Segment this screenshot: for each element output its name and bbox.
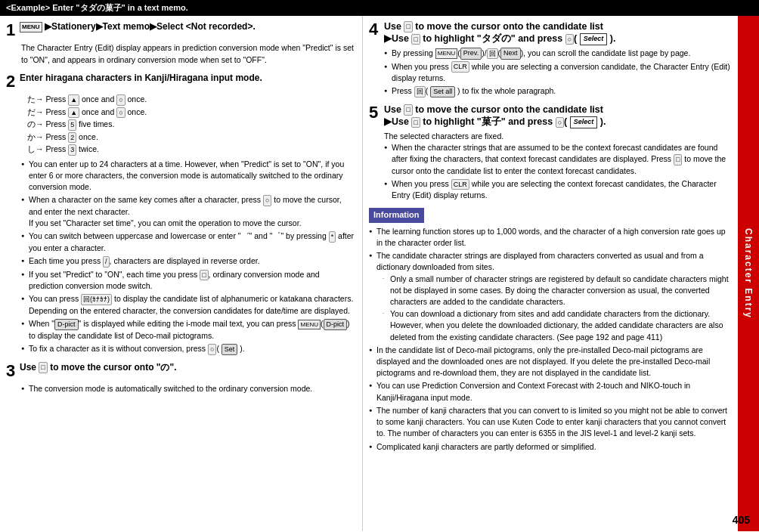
step-2-bullets: You can enter up to 24 characters at a t…	[21, 159, 356, 355]
step-3: 3 Use □ to move the cursor onto "の". The…	[6, 361, 356, 395]
kanji-row-ta: た→ Press ▲ once and ○ once.	[27, 94, 356, 106]
kanji-row-da: だ→ Press ▲ once and ○ once.	[27, 107, 356, 119]
press-label-2: Press	[45, 107, 66, 116]
step-2-bullet-7: When "D-pict" is displayed while editing…	[21, 318, 356, 342]
menu-icon-dpict: MENU	[298, 320, 321, 330]
menu-icon-1: MENU	[20, 22, 42, 32]
step-4-number: 4	[369, 20, 383, 39]
key-circle-5: ○	[556, 117, 564, 128]
step-3-bullet-1: The conversion mode is automatically swi…	[21, 383, 356, 394]
header-title: <Example> Enter "タダの菓子" in a text memo.	[6, 3, 188, 12]
info-sub-2: You can download a dictionary from sites…	[383, 308, 732, 343]
key-square-4a: □	[404, 21, 412, 32]
step-3-bullets: The conversion mode is automatically swi…	[21, 383, 356, 394]
step-1-description: The Character Entry (Edit) display appea…	[21, 43, 354, 63]
step-5-title-text: Use □ to move the cursor onto the candid…	[384, 104, 606, 128]
select-btn-4: Select	[580, 33, 608, 45]
press-label-3: Press	[45, 119, 66, 128]
information-list: The learning function stores up to 1,000…	[369, 226, 732, 453]
press-label-5: Press	[45, 144, 66, 153]
key-square-5a: □	[404, 104, 412, 116]
step-4-title: 4 Use □ to move the cursor onto the cand…	[369, 20, 732, 45]
step-1-number: 1	[6, 20, 20, 40]
step-4-bullet-2: When you press CLR while you are selecti…	[384, 61, 732, 85]
key-a-2: ▲	[68, 107, 79, 119]
step-1-title: 1 MENU ▶Stationery▶Text memo▶Select <Not…	[6, 20, 356, 40]
key-kana-next: 回	[487, 48, 498, 60]
key-5: 5	[68, 119, 76, 131]
step-5-number: 5	[369, 104, 383, 122]
step-5-bullets: When the character strings that are assu…	[384, 142, 732, 202]
step-5-bullet-2: When you press CLR while you are selecti…	[384, 178, 732, 202]
right-column: 4 Use □ to move the cursor onto the cand…	[363, 16, 738, 531]
key-circle-1: ○	[116, 94, 125, 106]
key-circle-4: ○	[565, 34, 574, 45]
step-4: 4 Use □ to move the cursor onto the cand…	[369, 20, 732, 97]
info-item-6: Complicated kanji characters are partly …	[369, 441, 732, 453]
step-5-body: The selected characters are fixed. When …	[384, 131, 732, 202]
dpict-label: D-pict	[54, 319, 79, 330]
key-square-3: □	[39, 362, 47, 373]
key-2: 2	[68, 132, 76, 144]
kanji-row-ka: か→ Press 2 once.	[27, 131, 356, 144]
key-square-5b: □	[411, 117, 420, 128]
information-section: Information The learning function stores…	[369, 208, 732, 453]
step-2-title-text: Enter hiragana characters in Kanji/Hirag…	[20, 72, 356, 85]
select-btn-5: Select	[570, 116, 598, 128]
step-2-bullet-5: If you set "Predict" to "ON", each time …	[21, 269, 356, 292]
setall-btn: Set all	[430, 86, 455, 97]
step-5: 5 Use □ to move the cursor onto the cand…	[369, 104, 732, 202]
step-2-bullet-1: You can enter up to 24 characters at a t…	[21, 159, 356, 193]
step-4-bullet-3: Press 回( Set all ) to fix the whole para…	[384, 85, 732, 97]
info-sub-list: Only a small number of character strings…	[383, 274, 732, 343]
menu-icon-prev: MENU	[435, 48, 458, 59]
step-5-fixed-text: The selected characters are fixed.	[384, 131, 732, 142]
key-square-5c: □	[674, 154, 682, 165]
kanji-input-table: た→ Press ▲ once and ○ once. だ→ Press ▲ o…	[27, 94, 356, 156]
step-1: 1 MENU ▶Stationery▶Text memo▶Select <Not…	[6, 20, 356, 66]
set-btn: Set	[222, 344, 238, 355]
step-2-number: 2	[6, 72, 20, 91]
kanji-row-shi: し→ Press 3 twice.	[27, 144, 356, 156]
step-2-bullet-2: When a character on the same key comes a…	[21, 194, 356, 229]
step-2-title: 2 Enter hiragana characters in Kanji/Hir…	[6, 72, 356, 91]
key-circle-fix: ○	[208, 344, 216, 355]
key-kana-setall: 回	[414, 86, 426, 97]
step-4-bullet-1: By pressing MENU(Prev.)/回(Next), you can…	[384, 48, 732, 60]
key-square: □	[200, 270, 208, 281]
step-4-title-text: Use □ to move the cursor onto the candid…	[384, 20, 615, 45]
step-3-title-text: Use □ to move the cursor onto "の".	[20, 361, 356, 374]
step-4-bullets: By pressing MENU(Prev.)/回(Next), you can…	[384, 48, 732, 97]
dpict-btn: D-pict	[324, 319, 348, 330]
key-circle-move: ○	[263, 195, 271, 206]
info-item-3: In the candidate list of Deco-mail picto…	[369, 345, 732, 379]
press-label-1: Press	[45, 94, 66, 104]
sidebar: Character Entry	[738, 16, 759, 531]
page-number: 405	[733, 514, 750, 526]
step-2-bullet-6: You can press 回(ｶﾅｶﾅ) to display the can…	[21, 293, 356, 317]
key-a-1: ▲	[68, 94, 79, 106]
info-sub-1: Only a small number of character strings…	[383, 274, 732, 308]
step-1-body: The Character Entry (Edit) display appea…	[21, 42, 356, 65]
press-label-4: Press	[45, 132, 66, 141]
key-kana: 回(ｶﾅｶﾅ)	[81, 294, 112, 305]
step-5-bullet-1: When the character strings that are assu…	[384, 142, 732, 177]
key-square-4b: □	[411, 34, 420, 45]
next-btn: Next	[500, 48, 521, 59]
step-5-title: 5 Use □ to move the cursor onto the cand…	[369, 104, 732, 128]
key-circle-2: ○	[116, 107, 125, 119]
key-clr-4: CLR	[451, 61, 469, 73]
step-2-body: た→ Press ▲ once and ○ once. だ→ Press ▲ o…	[21, 94, 356, 355]
step-2-bullet-3: You can switch between uppercase and low…	[21, 230, 356, 254]
prev-btn: Prev.	[460, 48, 482, 59]
step-3-title: 3 Use □ to move the cursor onto "の".	[6, 361, 356, 381]
info-item-4: You can use Prediction Conversion and Co…	[369, 380, 732, 403]
step-2-bullet-8: To fix a character as it is without conv…	[21, 343, 356, 355]
kanji-row-no: の→ Press 5 five times.	[27, 119, 356, 131]
step-3-body: The conversion mode is automatically swi…	[21, 383, 356, 394]
page-header: <Example> Enter "タダの菓子" in a text memo.	[0, 0, 759, 16]
step-2: 2 Enter hiragana characters in Kanji/Hir…	[6, 72, 356, 355]
information-label: Information	[369, 208, 424, 223]
key-3: 3	[68, 144, 76, 156]
step-2-bullet-4: Each time you press /, characters are di…	[21, 255, 356, 268]
